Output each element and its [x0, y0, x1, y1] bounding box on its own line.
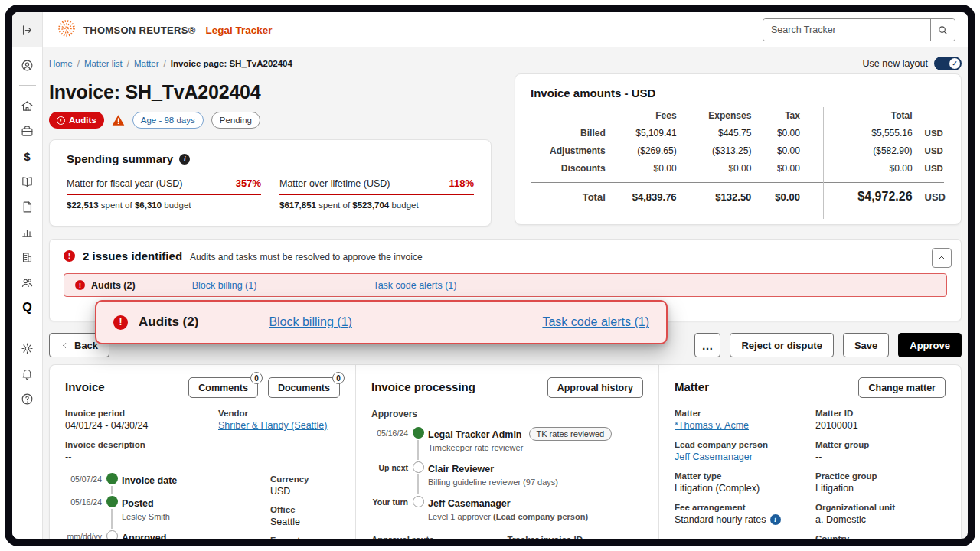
cocounsel-q-icon[interactable]: Q: [21, 301, 34, 315]
age-badge: Age - 98 days: [132, 112, 204, 129]
table-row-billed: Billed $5,109.41 $445.75 $0.00 $5,555.16…: [531, 128, 946, 139]
info-icon[interactable]: i: [770, 514, 781, 525]
breadcrumb-current: Invoice page: SH_TvA202404: [171, 59, 292, 68]
spend-lifetime: Matter over lifetime (USD) 118% $617,851…: [279, 178, 474, 210]
matters-briefcase-icon[interactable]: [21, 124, 34, 138]
comments-count-badge: 0: [250, 372, 263, 384]
spend-label: Matter for fiscal year (USD): [67, 178, 182, 189]
spend-dollar-icon[interactable]: $: [21, 149, 34, 163]
use-new-layout-toggle[interactable]: ✓: [934, 57, 962, 70]
matter-section: Matter Change matter Matter *Thomas v. A…: [659, 365, 961, 539]
pending-dot-icon: [413, 496, 424, 507]
processing-section-title: Invoice processing: [371, 377, 475, 393]
invoice-timeline: 05/07/24 Invoice date 05/16/24 Posted Le…: [65, 473, 270, 539]
comments-button[interactable]: Comments 0: [188, 377, 258, 398]
breadcrumb-home[interactable]: Home: [49, 59, 73, 68]
matter-id-field: Matter ID 20100001: [815, 409, 946, 431]
done-dot-icon: [106, 496, 118, 507]
spend-percent: 118%: [449, 178, 474, 189]
lead-company-person-link[interactable]: Jeff Casemanager: [675, 452, 753, 462]
timeline-invoice-date: 05/07/24 Invoice date: [65, 473, 270, 496]
breadcrumb-matter[interactable]: Matter: [134, 59, 159, 68]
col-tax: Tax: [751, 110, 800, 121]
toggle-check-icon: ✓: [949, 58, 960, 69]
issues-subtitle: Audits and tasks must be resolved to app…: [190, 252, 423, 262]
thomson-reuters-logo-icon: [57, 18, 77, 41]
spend-label: Matter over lifetime (USD): [279, 178, 390, 189]
search-box: [763, 18, 956, 41]
alert-icon: !: [75, 280, 85, 290]
search-icon: [937, 24, 949, 36]
matter-section-title: Matter: [675, 377, 709, 393]
invoice-period-field: Invoice period 04/01/24 - 04/30/24: [65, 409, 218, 431]
popup-task-code-link[interactable]: Task code alerts (1): [542, 315, 649, 329]
pending-dot-icon: [413, 461, 424, 473]
settings-gear-icon[interactable]: [21, 341, 34, 355]
info-icon[interactable]: i: [179, 154, 190, 165]
vendor-link[interactable]: Shriber & Handy (Seattle): [218, 420, 327, 431]
invoice-section: Invoice Comments 0 Documents 0: [50, 365, 356, 539]
table-total-rule: [531, 182, 944, 183]
done-dot-icon: [106, 473, 118, 484]
bar-chart-icon[interactable]: [21, 225, 34, 239]
account-icon[interactable]: [21, 58, 34, 72]
save-button[interactable]: Save: [843, 333, 889, 357]
badge-row: ! Audits Age - 98 days Pending: [49, 112, 260, 129]
tab-block-billing[interactable]: Block billing (1): [192, 280, 257, 291]
matter-field: Matter *Thomas v. Acme: [675, 409, 815, 431]
document-icon[interactable]: [21, 200, 34, 214]
spend-fiscal-year: Matter for fiscal year (USD) 357% $22,51…: [67, 178, 261, 210]
country-field: Country United States: [815, 534, 946, 539]
invoice-processing-section: Invoice processing Approval history Appr…: [356, 365, 659, 539]
product-name: Legal Tracker: [206, 24, 273, 36]
issues-title: 2 issues identified: [83, 249, 182, 262]
popup-audits-tab[interactable]: Audits (2): [139, 315, 198, 330]
page-title: Invoice: SH_TvA202404: [49, 81, 261, 103]
search-input[interactable]: [763, 19, 930, 41]
status-badge: Pending: [211, 112, 260, 129]
breadcrumb-matter-list[interactable]: Matter list: [84, 59, 122, 68]
documents-button[interactable]: Documents 0: [268, 377, 340, 398]
documents-count-badge: 0: [332, 372, 345, 384]
matter-group-field: Matter group --: [815, 440, 946, 462]
expand-sidebar-icon[interactable]: [21, 23, 34, 37]
alert-icon: !: [64, 250, 75, 262]
more-actions-button[interactable]: …: [694, 333, 720, 357]
spend-percent: 357%: [236, 178, 261, 189]
top-bar: THOMSON REUTERS® Legal Tracker: [43, 12, 968, 47]
search-button[interactable]: [930, 19, 955, 41]
done-dot-icon: [413, 427, 424, 439]
tracker-invoice-id-field: Tracker invoice ID 182856: [508, 535, 644, 539]
audits-badge[interactable]: ! Audits: [49, 112, 104, 129]
approve-button[interactable]: Approve: [898, 333, 962, 357]
sidebar-divider: [19, 85, 36, 86]
detail-panel: Invoice Comments 0 Documents 0: [49, 364, 962, 539]
tab-audits[interactable]: ! Audits (2): [75, 280, 136, 291]
invoice-amounts-table: Fees Expenses Tax Total Billed $5,109.41…: [531, 110, 946, 204]
change-matter-button[interactable]: Change matter: [858, 377, 946, 398]
approver-row: Up next Clair Reviewer Billing guideline…: [371, 461, 643, 496]
breadcrumb-separator: /: [127, 59, 129, 68]
matter-link[interactable]: *Thomas v. Acme: [675, 420, 749, 431]
book-icon[interactable]: [21, 174, 34, 188]
reject-or-dispute-button[interactable]: Reject or dispute: [730, 333, 833, 357]
help-icon[interactable]: [21, 392, 34, 406]
chevron-up-icon: [937, 253, 946, 262]
col-expenses: Expenses: [677, 110, 752, 121]
table-row-discounts: Discounts $0.00 $0.00 $0.00 $0.00 USD: [531, 163, 946, 174]
issues-tab-bar: ! Audits (2) Block billing (1) Task code…: [64, 273, 947, 297]
invoice-section-title: Invoice: [65, 377, 105, 393]
app-window: $ Q: [5, 5, 975, 546]
table-row-adjustments: Adjustments ($269.65) ($313.25) $0.00 ($…: [531, 145, 946, 156]
popup-block-billing-link[interactable]: Block billing (1): [269, 315, 351, 329]
approval-history-button[interactable]: Approval history: [547, 377, 643, 398]
warning-triangle-icon: [112, 114, 125, 126]
issues-popup: ! Audits (2) Block billing (1) Task code…: [95, 300, 668, 344]
collapse-issues-button[interactable]: [932, 248, 952, 268]
home-icon[interactable]: [21, 99, 34, 112]
tab-task-code-alerts[interactable]: Task code alerts (1): [373, 280, 456, 291]
notifications-bell-icon[interactable]: [21, 367, 34, 380]
people-icon[interactable]: [21, 276, 34, 289]
org-building-icon[interactable]: [21, 250, 34, 264]
main-area: THOMSON REUTERS® Legal Tracker Home / Ma…: [43, 12, 968, 539]
